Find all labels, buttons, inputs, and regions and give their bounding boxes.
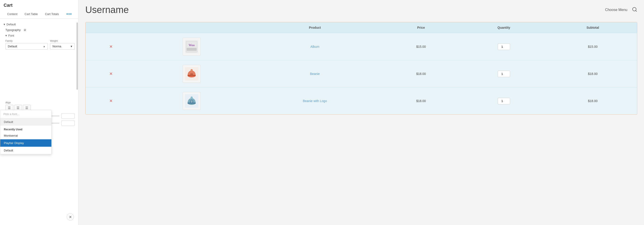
beanie-price: $18.00 — [416, 72, 426, 76]
main-header: Username Choose Menu — [85, 4, 637, 15]
album-price: $15.00 — [416, 45, 426, 48]
font-header[interactable]: ▾ Font — [6, 34, 75, 37]
beanie-product-link[interactable]: Beanie — [310, 72, 320, 76]
header-right: Choose Menu — [605, 7, 637, 13]
family-value: Default — [8, 45, 17, 48]
remove-beanie-button[interactable]: ✕ — [109, 71, 113, 76]
beanie-qty-input[interactable] — [498, 71, 510, 77]
album-product-image: Woo — [183, 38, 200, 56]
tab-cart-totals[interactable]: Cart Totals — [42, 10, 62, 18]
chevron-down-icon3: ▾ — [71, 45, 72, 48]
col-price: Price — [383, 22, 459, 33]
table-row: ✕ — [86, 88, 637, 115]
size-slider-input[interactable] — [61, 113, 75, 119]
align-row: Align ☰ ☰ ☰ — [6, 101, 75, 111]
search-icon[interactable] — [632, 7, 637, 13]
weight-select[interactable]: Norma ▾ — [50, 43, 75, 50]
col-remove — [86, 22, 136, 33]
close-button[interactable]: ✕ — [67, 213, 74, 220]
font-section-label: Font — [8, 34, 14, 37]
svg-point-19 — [190, 96, 193, 99]
remove-album-button[interactable]: ✕ — [109, 44, 113, 49]
svg-point-17 — [191, 101, 192, 102]
beanie-logo-qty-input[interactable] — [498, 98, 510, 104]
align-label: Align — [6, 101, 75, 104]
default-group-label: Default — [6, 23, 16, 26]
beanie-subtotal: $18.00 — [588, 72, 598, 76]
col-product: Product — [247, 22, 383, 33]
weight-col: Weight Norma ▾ — [50, 40, 75, 50]
svg-point-18 — [192, 101, 192, 102]
sidebar-scrollbar[interactable] — [76, 22, 78, 90]
beanie-logo-subtotal: $18.00 — [588, 99, 598, 103]
beanie-logo-product-link[interactable]: Beanie with Logo — [303, 99, 327, 103]
col-img — [136, 22, 247, 33]
monitor-icon: 🖥 — [23, 28, 26, 32]
cart-table: Product Price Quantity Subtotal ✕ — [86, 22, 637, 114]
line-height-slider-input[interactable] — [61, 120, 75, 126]
col-subtotal: Subtotal — [548, 22, 637, 33]
svg-text:Woo: Woo — [188, 44, 194, 47]
family-weight-row: Family Default ▲ Weight Norma ▾ — [6, 40, 75, 50]
sidebar-tabs: Content Cart Table Cart Totals ••• — [4, 10, 75, 18]
album-qty-input[interactable] — [498, 44, 510, 50]
font-picker-montserrat[interactable]: Montserrat — [0, 132, 52, 139]
weight-value: Norma — [52, 45, 61, 48]
tab-cart-table[interactable]: Cart Table — [21, 10, 42, 18]
font-section: ▾ Font Family Default ▲ — [6, 32, 75, 126]
table-row: ✕ Woo Album — [86, 33, 637, 60]
main-content: Username Choose Menu Product Price Quant… — [78, 0, 644, 225]
sidebar: Cart Content Cart Table Cart Totals ••• … — [0, 0, 78, 225]
sidebar-title: Cart — [4, 3, 75, 10]
remove-beanie-logo-button[interactable]: ✕ — [109, 98, 113, 104]
beanie-logo-price: $18.00 — [416, 99, 426, 103]
font-picker-default[interactable]: Default — [0, 118, 52, 126]
sidebar-header: Cart Content Cart Table Cart Totals ••• — [0, 0, 78, 18]
chevron-down-icon: ▾ — [4, 23, 5, 26]
svg-rect-5 — [187, 48, 196, 51]
svg-rect-11 — [190, 73, 193, 76]
svg-point-16 — [190, 100, 193, 103]
font-picker-default2[interactable]: Default — [0, 147, 52, 154]
family-col: Family Default ▲ — [6, 40, 48, 50]
sidebar-section: ▾ Default Typography 🖥 ▾ Font — [0, 18, 78, 132]
album-subtotal: $15.00 — [588, 45, 598, 48]
chevron-down-icon2: ▾ — [6, 34, 7, 37]
page-title: Username — [85, 4, 129, 15]
family-select[interactable]: Default ▲ — [6, 43, 48, 50]
col-quantity: Quantity — [459, 22, 549, 33]
beanie-product-image — [183, 65, 200, 83]
arrow-up-icon: ▲ — [43, 45, 45, 48]
album-product-link[interactable]: Album — [310, 45, 319, 48]
cart-table-header-row: Product Price Quantity Subtotal — [86, 22, 637, 33]
family-label: Family — [6, 40, 48, 42]
tab-more[interactable]: ••• — [64, 10, 75, 18]
font-picker-dropdown: Default Recently Used Montserrat Playfai… — [0, 110, 52, 154]
cart-container: Product Price Quantity Subtotal ✕ — [85, 22, 637, 115]
typography-label: Typography — [6, 28, 21, 32]
beanie-logo-product-image — [183, 92, 200, 110]
weight-label: Weight — [50, 40, 75, 42]
typography-header[interactable]: Typography 🖥 — [6, 28, 75, 32]
choose-menu[interactable]: Choose Menu — [605, 8, 628, 12]
default-group-header[interactable]: ▾ Default — [4, 23, 75, 26]
default-group: ▾ Default Typography 🖥 ▾ Font — [4, 21, 75, 130]
recently-used-label: Recently Used — [0, 126, 52, 132]
svg-line-1 — [636, 10, 636, 11]
svg-point-12 — [190, 69, 193, 71]
font-picker-playfair[interactable]: Playfair Display — [0, 139, 52, 147]
table-row: ✕ — [86, 60, 637, 88]
tab-content[interactable]: Content — [4, 10, 21, 18]
sidebar-scroll: ▾ Default Typography 🖥 ▾ Font — [0, 18, 78, 225]
font-picker-search-input[interactable] — [0, 110, 52, 118]
